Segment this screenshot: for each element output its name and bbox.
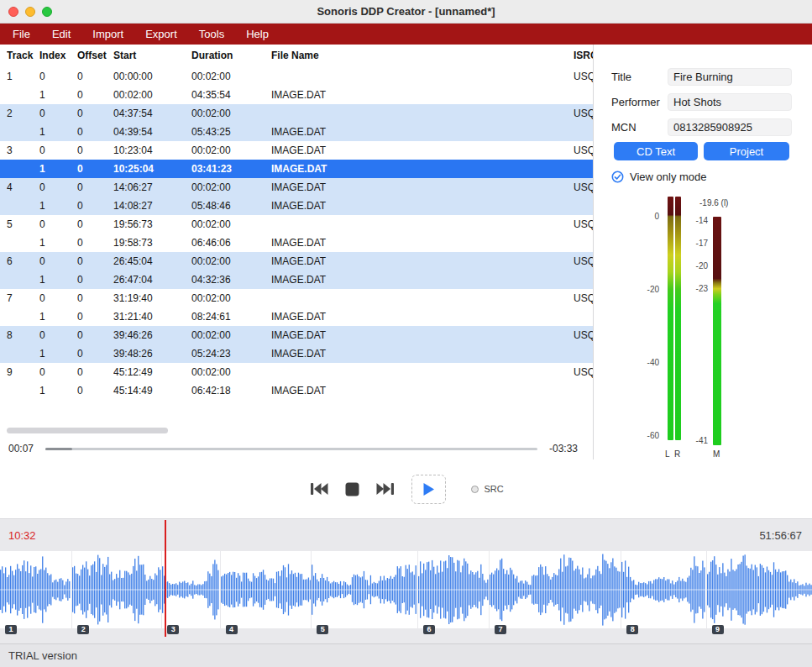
table-row[interactable]: 1 0 26:47:04 04:32:36 IMAGE.DAT	[0, 270, 593, 289]
menu-item[interactable]: Tools	[188, 24, 235, 45]
track-badge[interactable]: 2	[77, 625, 89, 634]
cell-offset: 0	[77, 197, 113, 215]
waveform-strip[interactable]	[0, 551, 812, 628]
table-header: TrackIndexOffsetStartDurationFile NameIS…	[0, 45, 593, 67]
waveform-segment[interactable]	[72, 551, 162, 628]
play-button[interactable]	[421, 481, 437, 498]
track-badge[interactable]: 5	[317, 625, 328, 634]
track-badge[interactable]: 8	[626, 625, 638, 634]
waveform-segment[interactable]	[162, 551, 220, 628]
cell-start: 45:12:49	[113, 363, 191, 381]
channel-label: M	[713, 449, 720, 459]
table-row[interactable]: 1 0 0 00:00:00 00:02:00 USQ	[0, 67, 593, 86]
column-header[interactable]: Index	[39, 45, 77, 67]
waveform-segment[interactable]	[312, 551, 418, 628]
cell-offset: 0	[77, 363, 113, 381]
table-row[interactable]: 7 0 0 31:19:40 00:02:00 USQ	[0, 289, 593, 307]
mcn-input[interactable]	[668, 118, 792, 136]
waveform-segment[interactable]	[418, 551, 490, 628]
menu-item[interactable]: File	[2, 24, 41, 45]
horizontal-scrollbar[interactable]	[7, 428, 168, 433]
stop-button[interactable]	[343, 481, 361, 498]
table-row[interactable]: 5 0 0 19:56:73 00:02:00 USQ	[0, 215, 593, 234]
channel-label: R	[674, 449, 680, 459]
cell-track	[7, 381, 39, 400]
cell-start: 04:37:54	[113, 104, 191, 123]
menu-item[interactable]: Import	[81, 24, 134, 45]
cell-track: 3	[7, 141, 39, 160]
cell-index: 1	[39, 344, 77, 363]
table-row[interactable]: 1 0 39:48:26 05:24:23 IMAGE.DAT	[0, 344, 593, 363]
table-row[interactable]: 1 0 14:08:27 05:48:46 IMAGE.DAT	[0, 197, 593, 215]
minimize-window-button[interactable]	[25, 7, 35, 17]
cell-start: 39:46:26	[113, 326, 191, 344]
close-window-button[interactable]	[8, 7, 18, 17]
table-row[interactable]: 1 0 04:39:54 05:43:25 IMAGE.DAT	[0, 123, 593, 141]
meter-scale-label: 0	[632, 212, 659, 221]
waveform-segment[interactable]	[707, 551, 812, 628]
column-header[interactable]: ISRC	[574, 45, 593, 67]
cell-file-name: IMAGE.DAT	[271, 381, 574, 400]
table-row[interactable]: 1 0 45:14:49 06:42:18 IMAGE.DAT	[0, 381, 593, 400]
column-header[interactable]: Start	[113, 45, 191, 67]
track-badge[interactable]: 4	[226, 625, 238, 634]
cell-isrc	[574, 270, 593, 289]
menu-item[interactable]: Help	[235, 24, 280, 45]
track-badge[interactable]: 3	[167, 625, 179, 634]
cell-track: 7	[7, 289, 39, 307]
table-row[interactable]: 1 0 19:58:73 06:46:06 IMAGE.DAT	[0, 234, 593, 252]
table-row[interactable]: 9 0 0 45:12:49 00:02:00 USQ	[0, 363, 593, 381]
table-row[interactable]: 1 0 00:02:00 04:35:54 IMAGE.DAT	[0, 86, 593, 104]
cell-duration: 00:02:00	[191, 289, 271, 307]
performer-input[interactable]	[668, 93, 792, 111]
track-badge[interactable]: 9	[712, 625, 724, 634]
waveform-segment[interactable]	[490, 551, 621, 628]
menu-item[interactable]: Edit	[41, 24, 81, 45]
table-row[interactable]: 4 0 0 14:06:27 00:02:00 IMAGE.DAT USQ	[0, 178, 593, 197]
column-header[interactable]: Track	[7, 45, 39, 67]
cell-file-name	[271, 104, 574, 123]
track-badge[interactable]: 1	[5, 625, 17, 634]
cell-offset: 0	[77, 178, 113, 197]
playhead-line[interactable]	[165, 520, 166, 637]
table-row[interactable]: 3 0 0 10:23:04 00:02:00 IMAGE.DAT USQ	[0, 141, 593, 160]
cell-index: 0	[39, 178, 77, 197]
cell-start: 10:25:04	[113, 160, 191, 178]
cell-start: 39:48:26	[113, 344, 191, 363]
column-header[interactable]: File Name	[271, 45, 574, 67]
table-row[interactable]: 2 0 0 04:37:54 00:02:00 USQ	[0, 104, 593, 123]
waveform-segment[interactable]	[0, 551, 72, 628]
track-badge[interactable]: 7	[495, 625, 506, 634]
column-header[interactable]: Offset	[77, 45, 113, 67]
cell-file-name: IMAGE.DAT	[271, 123, 574, 141]
table-row[interactable]: 1 0 31:21:40 08:24:61 IMAGE.DAT	[0, 307, 593, 326]
src-toggle[interactable]: SRC	[471, 484, 503, 494]
project-button[interactable]: Project	[704, 142, 789, 160]
cell-duration: 00:02:00	[191, 363, 271, 381]
table-row[interactable]: 6 0 0 26:45:04 00:02:00 IMAGE.DAT USQ	[0, 252, 593, 270]
table-row[interactable]: 8 0 0 39:46:26 00:02:00 IMAGE.DAT USQ	[0, 326, 593, 344]
track-badge[interactable]: 6	[423, 625, 435, 634]
cell-duration: 00:02:00	[191, 326, 271, 344]
seek-slider[interactable]	[45, 443, 537, 454]
cell-duration: 00:02:00	[191, 215, 271, 234]
waveform-segment[interactable]	[621, 551, 706, 628]
seek-track	[45, 448, 537, 450]
column-header[interactable]: Duration	[191, 45, 271, 67]
previous-track-button[interactable]	[308, 481, 330, 497]
cell-index: 0	[39, 326, 77, 344]
stop-icon	[345, 482, 359, 496]
view-only-mode-toggle[interactable]: View only mode	[611, 171, 707, 183]
next-track-button[interactable]	[375, 481, 396, 497]
total-duration-label: 51:56:67	[759, 529, 802, 542]
cd-text-button[interactable]: CD Text	[614, 142, 698, 160]
cell-file-name	[271, 215, 574, 234]
title-input[interactable]	[668, 68, 792, 86]
table-row[interactable]: 1 0 10:25:04 03:41:23 IMAGE.DAT	[0, 160, 593, 178]
meter-scale-label: -20	[632, 285, 659, 294]
waveform-segment[interactable]	[221, 551, 312, 628]
zoom-window-button[interactable]	[42, 7, 52, 17]
menu-item[interactable]: Export	[134, 24, 188, 45]
check-circle-icon	[611, 171, 624, 183]
cell-isrc	[574, 197, 593, 215]
